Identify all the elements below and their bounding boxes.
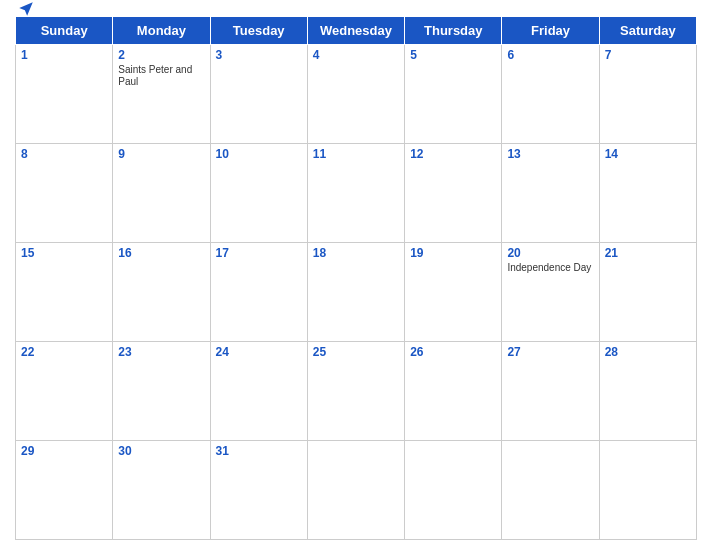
weekday-header-wednesday: Wednesday (307, 17, 404, 45)
calendar-day-cell: 1 (16, 45, 113, 144)
day-number: 20 (507, 246, 593, 260)
calendar-day-cell: 11 (307, 144, 404, 243)
calendar-day-cell: 9 (113, 144, 210, 243)
day-number: 19 (410, 246, 496, 260)
calendar-day-cell: 5 (405, 45, 502, 144)
day-number: 28 (605, 345, 691, 359)
calendar-day-cell: 4 (307, 45, 404, 144)
calendar-day-cell: 19 (405, 243, 502, 342)
day-number: 29 (21, 444, 107, 458)
calendar-header-row: SundayMondayTuesdayWednesdayThursdayFrid… (16, 17, 697, 45)
calendar-week-4: 22232425262728 (16, 342, 697, 441)
day-number: 16 (118, 246, 204, 260)
day-number: 8 (21, 147, 107, 161)
day-number: 31 (216, 444, 302, 458)
calendar-day-cell: 25 (307, 342, 404, 441)
day-number: 10 (216, 147, 302, 161)
holiday-label: Saints Peter and Paul (118, 64, 204, 88)
logo (15, 2, 35, 18)
day-number: 7 (605, 48, 691, 62)
day-number: 30 (118, 444, 204, 458)
day-number: 24 (216, 345, 302, 359)
calendar-day-cell: 20Independence Day (502, 243, 599, 342)
day-number: 2 (118, 48, 204, 62)
day-number: 25 (313, 345, 399, 359)
day-number: 22 (21, 345, 107, 359)
day-number: 12 (410, 147, 496, 161)
day-number: 17 (216, 246, 302, 260)
calendar-week-5: 293031 (16, 441, 697, 540)
weekday-header-friday: Friday (502, 17, 599, 45)
calendar-day-cell: 3 (210, 45, 307, 144)
calendar-day-cell: 10 (210, 144, 307, 243)
day-number: 5 (410, 48, 496, 62)
calendar-day-cell (502, 441, 599, 540)
calendar-table: SundayMondayTuesdayWednesdayThursdayFrid… (15, 16, 697, 540)
calendar-day-cell: 21 (599, 243, 696, 342)
calendar-day-cell (599, 441, 696, 540)
calendar-day-cell: 17 (210, 243, 307, 342)
weekday-header-monday: Monday (113, 17, 210, 45)
calendar-day-cell: 8 (16, 144, 113, 243)
calendar-week-2: 891011121314 (16, 144, 697, 243)
calendar-week-1: 12Saints Peter and Paul34567 (16, 45, 697, 144)
day-number: 4 (313, 48, 399, 62)
calendar-day-cell: 18 (307, 243, 404, 342)
calendar-day-cell: 6 (502, 45, 599, 144)
day-number: 9 (118, 147, 204, 161)
day-number: 15 (21, 246, 107, 260)
weekday-header-saturday: Saturday (599, 17, 696, 45)
calendar-day-cell: 26 (405, 342, 502, 441)
day-number: 3 (216, 48, 302, 62)
weekday-header-tuesday: Tuesday (210, 17, 307, 45)
day-number: 23 (118, 345, 204, 359)
calendar-day-cell: 12 (405, 144, 502, 243)
calendar-day-cell: 22 (16, 342, 113, 441)
day-number: 18 (313, 246, 399, 260)
calendar-day-cell: 16 (113, 243, 210, 342)
calendar-day-cell: 23 (113, 342, 210, 441)
calendar-day-cell: 24 (210, 342, 307, 441)
calendar-day-cell (405, 441, 502, 540)
weekday-header-thursday: Thursday (405, 17, 502, 45)
logo-bird-icon (17, 0, 35, 18)
calendar-day-cell: 28 (599, 342, 696, 441)
calendar-day-cell: 29 (16, 441, 113, 540)
calendar-week-3: 151617181920Independence Day21 (16, 243, 697, 342)
day-number: 26 (410, 345, 496, 359)
day-number: 27 (507, 345, 593, 359)
calendar-day-cell: 15 (16, 243, 113, 342)
calendar-day-cell (307, 441, 404, 540)
calendar-day-cell: 2Saints Peter and Paul (113, 45, 210, 144)
day-number: 1 (21, 48, 107, 62)
day-number: 11 (313, 147, 399, 161)
day-number: 6 (507, 48, 593, 62)
holiday-label: Independence Day (507, 262, 593, 274)
day-number: 13 (507, 147, 593, 161)
weekday-header-sunday: Sunday (16, 17, 113, 45)
day-number: 21 (605, 246, 691, 260)
calendar-day-cell: 14 (599, 144, 696, 243)
calendar-day-cell: 13 (502, 144, 599, 243)
day-number: 14 (605, 147, 691, 161)
calendar-day-cell: 30 (113, 441, 210, 540)
calendar-day-cell: 7 (599, 45, 696, 144)
calendar-day-cell: 27 (502, 342, 599, 441)
calendar-day-cell: 31 (210, 441, 307, 540)
